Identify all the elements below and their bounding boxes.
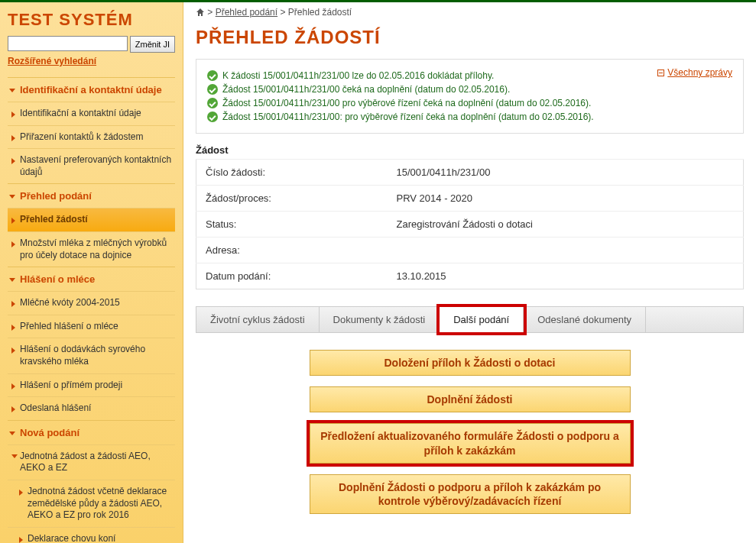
search-input[interactable] xyxy=(8,36,128,51)
ok-icon xyxy=(207,70,218,81)
action-predlozeni-aktualizovaneho[interactable]: Předložení aktualizovaného formuláře Žád… xyxy=(310,423,631,463)
action-dolozeni-priloh[interactable]: Doložení příloh k Žádosti o dotaci xyxy=(310,350,631,376)
breadcrumb: > Přehled podání > Přehled žádostí xyxy=(196,7,744,18)
main-content: > Přehled podání > Přehled žádostí PŘEHL… xyxy=(183,2,756,543)
nav-item-mnozstvi-mleka[interactable]: Množství mléka z mléčných výrobků pro úč… xyxy=(8,231,175,267)
req-key-status: Status: xyxy=(196,212,388,238)
nav-item-hlaseni-primem-prodeji[interactable]: Hlášení o přímém prodeji xyxy=(8,373,175,397)
advanced-search-link[interactable]: Rozšířené vyhledání xyxy=(8,56,96,66)
nav-item-prirazeni-kontaktu[interactable]: Přiřazení kontaktů k žádostem xyxy=(8,125,175,149)
nav-item-prehled-zadosti[interactable]: Přehled žádostí xyxy=(8,208,175,231)
nav-item-jednotna-zadost-group[interactable]: Jednotná žádost a žádosti AEO, AEKO a EZ xyxy=(8,444,175,480)
action-doplneni-zadosti[interactable]: Doplnění žádosti xyxy=(310,386,631,412)
sidebar: TEST SYSTÉM Změnit JI Rozšířené vyhledán… xyxy=(0,2,183,543)
nav-item-prehled-hlaseni[interactable]: Přehled hlášení o mléce xyxy=(8,315,175,338)
nav-item-deklarace-koni[interactable]: Deklarace chovu koní xyxy=(8,527,175,543)
messages-box: Všechny zprávy K žádosti 15/001/0411h/23… xyxy=(196,59,744,134)
ok-icon xyxy=(207,84,218,95)
req-val-proces: PRV 2014 - 2020 xyxy=(388,186,744,212)
all-messages-link[interactable]: Všechny zprávy xyxy=(657,67,732,78)
message-row: Žádost 15/001/0411h/231/00: pro výběrové… xyxy=(207,112,732,122)
message-row: K žádosti 15/001/0411h/231/00 lze do 02.… xyxy=(207,70,732,81)
request-section-label: Žádost xyxy=(196,144,744,156)
tab-zivotni-cyklus[interactable]: Životní cyklus žádosti xyxy=(196,307,320,332)
change-ji-button[interactable]: Změnit JI xyxy=(130,36,175,53)
collapse-icon xyxy=(657,69,664,76)
tab-odeslane-dokumenty[interactable]: Odeslané dokumenty xyxy=(524,307,646,332)
action-doplneni-podporu[interactable]: Doplnění Žádosti o podporu a příloh k za… xyxy=(310,474,631,514)
req-key-proces: Žádost/proces: xyxy=(196,186,388,212)
req-key-adresa: Adresa: xyxy=(196,238,388,263)
nav-item-odeslana-hlaseni[interactable]: Odeslaná hlášení xyxy=(8,396,175,420)
nav-section-identifikacni[interactable]: Identifikační a kontaktní údaje xyxy=(8,77,175,102)
req-val-adresa xyxy=(388,238,744,263)
nav-item-identifikacni[interactable]: Identifikační a kontaktní údaje xyxy=(8,102,175,125)
request-info-table: Číslo žádosti:15/001/0411h/231/00 Žádost… xyxy=(196,159,744,289)
page-title: PŘEHLED ŽÁDOSTÍ xyxy=(196,27,744,48)
breadcrumb-current: Přehled žádostí xyxy=(288,7,352,18)
nav-item-jednotna-zadost-2016[interactable]: Jednotná žádost včetně deklarace zeměděl… xyxy=(8,480,175,527)
message-row: Žádost 15/001/0411h/231/00 pro výběrové … xyxy=(207,98,732,108)
message-row: Žádost 15/001/0411h/231/00 čeká na dopln… xyxy=(207,84,732,95)
req-val-datum: 13.10.2015 xyxy=(388,263,744,289)
app-title: TEST SYSTÉM xyxy=(8,10,175,30)
all-messages-label: Všechny zprávy xyxy=(667,67,732,78)
req-val-cislo: 15/001/0411h/231/00 xyxy=(388,160,744,186)
req-key-datum: Datum podání: xyxy=(196,263,388,289)
req-val-status: Zaregistrování Žádosti o dotaci xyxy=(388,212,744,238)
nav-item-nastaveni-kontaktu[interactable]: Nastavení preferovaných kontaktních údaj… xyxy=(8,148,175,183)
nav-section-nova-podani[interactable]: Nová podání xyxy=(8,420,175,444)
nav-section-hlaseni-mleko[interactable]: Hlášení o mléce xyxy=(8,267,175,291)
ok-icon xyxy=(207,98,218,108)
tab-dalsi-podani[interactable]: Další podání xyxy=(440,307,524,332)
tabs: Životní cyklus žádosti Dokumenty k žádos… xyxy=(196,306,744,333)
sidebar-nav: Identifikační a kontaktní údaje Identifi… xyxy=(8,77,175,543)
nav-item-mlecne-kvoty[interactable]: Mléčné kvóty 2004-2015 xyxy=(8,291,175,315)
actions: Doložení příloh k Žádosti o dotaci Dopln… xyxy=(196,350,744,514)
ok-icon xyxy=(207,112,218,122)
nav-section-prehled-podani[interactable]: Přehled podání xyxy=(8,183,175,208)
home-icon[interactable] xyxy=(196,7,205,16)
req-key-cislo: Číslo žádosti: xyxy=(196,160,388,186)
nav-item-hlaseni-dodavkach[interactable]: Hlášení o dodávkách syrového kravského m… xyxy=(8,338,175,373)
tab-dokumenty[interactable]: Dokumenty k žádosti xyxy=(320,307,440,332)
breadcrumb-link-prehled-podani[interactable]: Přehled podání xyxy=(216,7,277,18)
